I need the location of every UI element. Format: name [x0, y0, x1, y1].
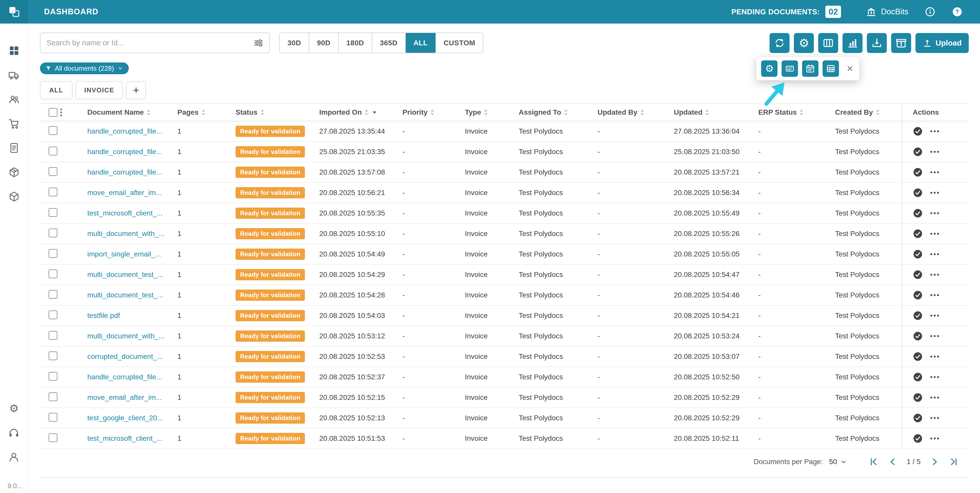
date-filter-custom[interactable]: CUSTOM	[436, 33, 483, 53]
date-filter-30d[interactable]: 30D	[280, 33, 309, 53]
sort-icon[interactable]	[260, 109, 264, 116]
table-row[interactable]: handle_corrupted_file... 1 Ready for val…	[40, 367, 969, 387]
delivery-truck-icon[interactable]	[8, 69, 20, 81]
select-all-checkbox[interactable]	[49, 108, 57, 117]
table-row[interactable]: multi_document_test_... 1 Ready for vali…	[40, 264, 969, 285]
headset-support-icon[interactable]	[8, 427, 19, 439]
table-row[interactable]: handle_corrupted_file... 1 Ready for val…	[40, 142, 969, 162]
row-checkbox[interactable]	[49, 331, 57, 340]
advanced-filter-icon[interactable]	[253, 38, 264, 48]
col-type[interactable]: Type	[465, 108, 481, 116]
analytics-button[interactable]	[843, 33, 862, 53]
document-name-link[interactable]: multi_document_with_...	[87, 332, 165, 340]
col-priority[interactable]: Priority	[402, 108, 428, 116]
document-name-link[interactable]: test_microsoft_client_...	[87, 209, 162, 217]
col-erp-status[interactable]: ERP Status	[758, 108, 797, 116]
sort-icon[interactable]	[875, 109, 880, 116]
popup-settings-button[interactable]: ⚙	[761, 60, 778, 77]
sort-icon[interactable]	[364, 109, 369, 116]
add-tab-button[interactable]: +	[126, 81, 146, 99]
document-name-link[interactable]: corrupted_document_...	[87, 353, 163, 360]
row-checkbox[interactable]	[49, 270, 57, 278]
table-row[interactable]: corrupted_document_... 1 Ready for valid…	[40, 346, 969, 367]
document-name-link[interactable]: handle_corrupted_file...	[87, 148, 162, 156]
validated-check-icon[interactable]	[913, 270, 923, 280]
popup-close-button[interactable]: ×	[845, 63, 854, 74]
row-checkbox[interactable]	[49, 147, 57, 155]
settings-button[interactable]: ⚙	[794, 33, 814, 53]
table-row[interactable]: test_google_client_20... 1 Ready for val…	[40, 408, 969, 428]
row-checkbox[interactable]	[49, 188, 57, 196]
sort-icon[interactable]	[201, 109, 205, 116]
tab-all[interactable]: ALL	[40, 81, 72, 99]
row-menu-dots-icon[interactable]	[930, 396, 939, 399]
validated-check-icon[interactable]	[913, 208, 923, 218]
popup-table-button[interactable]	[822, 60, 839, 77]
previous-page-button[interactable]	[888, 457, 897, 467]
users-icon[interactable]	[8, 94, 20, 105]
validated-check-icon[interactable]	[913, 249, 923, 259]
row-menu-dots-icon[interactable]	[930, 334, 939, 338]
all-documents-filter-chip[interactable]: All documents (228)	[40, 62, 129, 74]
row-checkbox[interactable]	[49, 208, 57, 217]
col-status[interactable]: Status	[235, 108, 258, 116]
row-menu-dots-icon[interactable]	[930, 171, 939, 174]
validated-check-icon[interactable]	[913, 433, 923, 444]
row-menu-dots-icon[interactable]	[930, 253, 939, 256]
sort-icon[interactable]	[705, 109, 710, 116]
help-button[interactable]: ?	[952, 6, 963, 17]
row-menu-dots-icon[interactable]	[930, 417, 939, 420]
row-menu-dots-icon[interactable]	[930, 355, 939, 358]
validated-check-icon[interactable]	[913, 290, 923, 300]
per-page-select[interactable]: 50	[829, 458, 846, 466]
table-row[interactable]: handle_corrupted_file... 1 Ready for val…	[40, 121, 969, 142]
app-logo[interactable]	[0, 0, 28, 24]
packages-icon[interactable]	[8, 191, 20, 202]
table-row[interactable]: handle_corrupted_file... 1 Ready for val…	[40, 162, 969, 183]
document-name-link[interactable]: import_single_email_...	[87, 250, 161, 258]
row-menu-dots-icon[interactable]	[930, 150, 939, 153]
validated-check-icon[interactable]	[913, 310, 923, 321]
row-menu-dots-icon[interactable]	[930, 314, 939, 317]
popup-calendar-button[interactable]	[802, 60, 818, 77]
table-row[interactable]: move_email_after_im... 1 Ready for valid…	[40, 183, 969, 203]
row-menu-dots-icon[interactable]	[930, 294, 939, 297]
validated-check-icon[interactable]	[913, 167, 923, 177]
row-menu-dots-icon[interactable]	[930, 232, 939, 235]
sort-icon[interactable]	[564, 109, 568, 116]
next-page-button[interactable]	[930, 457, 940, 467]
document-name-link[interactable]: test_microsoft_client_...	[87, 434, 162, 442]
sort-icon[interactable]	[799, 109, 803, 116]
row-menu-dots-icon[interactable]	[930, 212, 939, 215]
first-page-button[interactable]	[869, 457, 879, 467]
last-page-button[interactable]	[949, 457, 958, 467]
row-checkbox[interactable]	[49, 351, 57, 360]
shopping-cart-icon[interactable]	[8, 118, 20, 129]
sort-icon[interactable]	[430, 109, 434, 116]
kebab-menu-icon[interactable]	[60, 108, 62, 116]
invoice-document-icon[interactable]	[8, 142, 20, 154]
row-checkbox[interactable]	[49, 413, 57, 421]
validated-check-icon[interactable]	[913, 351, 923, 362]
document-name-link[interactable]: test_google_client_20...	[87, 414, 163, 422]
document-name-link[interactable]: move_email_after_im...	[87, 189, 162, 197]
col-updated[interactable]: Updated	[674, 108, 703, 116]
validated-check-icon[interactable]	[913, 372, 923, 382]
col-imported-on[interactable]: Imported On	[319, 108, 362, 116]
col-created-by[interactable]: Created By	[835, 108, 873, 116]
row-checkbox[interactable]	[49, 126, 57, 135]
row-checkbox[interactable]	[49, 229, 57, 237]
row-checkbox[interactable]	[49, 310, 57, 319]
tab-invoice[interactable]: INVOICE	[76, 81, 123, 99]
date-filter-90d[interactable]: 90D	[309, 33, 338, 53]
col-updated-by[interactable]: Updated By	[598, 108, 638, 116]
validated-check-icon[interactable]	[913, 188, 923, 198]
validated-check-icon[interactable]	[913, 229, 923, 239]
row-checkbox[interactable]	[49, 290, 57, 299]
validated-check-icon[interactable]	[913, 331, 923, 341]
sync-button[interactable]	[770, 33, 789, 53]
date-filter-all[interactable]: ALL	[405, 33, 436, 53]
table-row[interactable]: move_email_after_im... 1 Ready for valid…	[40, 387, 969, 408]
date-filter-180d[interactable]: 180D	[338, 33, 372, 53]
sort-icon[interactable]	[640, 109, 644, 116]
